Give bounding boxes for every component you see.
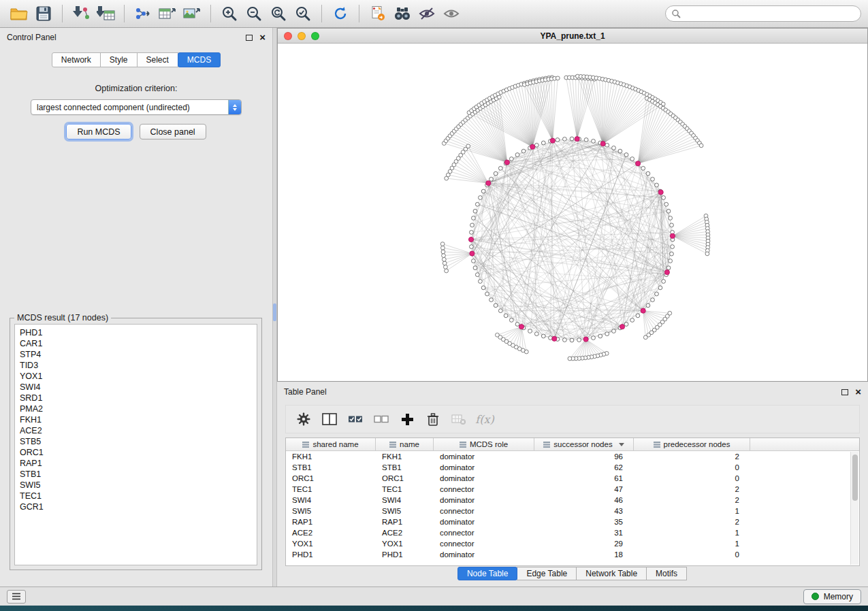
criterion-dropdown[interactable]: largest connected component (undirected)	[31, 99, 242, 115]
column-header-successor-nodes[interactable]: successor nodes	[534, 438, 634, 450]
table-cell: FKH1	[376, 452, 434, 461]
apply-function-button[interactable]: f(x)	[474, 409, 496, 429]
mcds-result-item[interactable]: TID3	[20, 360, 252, 371]
search-box[interactable]	[665, 5, 861, 22]
table-row[interactable]: STB1STB1dominator620	[286, 462, 859, 473]
zoom-selected-button[interactable]	[291, 3, 315, 24]
column-header-predecessor-nodes[interactable]: predecessor nodes	[634, 438, 750, 450]
close-panel-button[interactable]: Close panel	[140, 124, 206, 139]
table-cell: ACE2	[286, 529, 376, 537]
tab-node-table[interactable]: Node Table	[457, 567, 518, 580]
export-image-button[interactable]	[180, 3, 204, 24]
table-scrollbar[interactable]	[850, 452, 858, 565]
traffic-light-close[interactable]	[284, 32, 292, 40]
column-grid-icon	[302, 442, 309, 448]
run-mcds-button[interactable]: Run MCDS	[66, 124, 131, 139]
deselect-all-button[interactable]	[370, 409, 392, 429]
mcds-result-item[interactable]: GCR1	[20, 501, 252, 512]
memory-button[interactable]: Memory	[803, 589, 861, 604]
show-columns-button[interactable]	[319, 409, 340, 429]
splitter-collapse-handle[interactable]	[273, 303, 276, 321]
hide-panel-button[interactable]	[415, 3, 439, 24]
mcds-result-item[interactable]: TEC1	[20, 491, 252, 501]
close-panel-icon[interactable]: ×	[259, 34, 266, 41]
table-row[interactable]: RAP1RAP1dominator352	[286, 516, 859, 527]
open-file-button[interactable]	[7, 3, 31, 24]
table-cell: dominator	[434, 474, 534, 482]
zoom-in-button[interactable]	[217, 3, 242, 24]
table-row[interactable]: SWI4SWI4dominator462	[286, 495, 859, 506]
table-cell: FKH1	[286, 452, 376, 461]
column-header-shared-name[interactable]: shared name	[286, 438, 376, 450]
zoom-out-button[interactable]	[242, 3, 266, 24]
traffic-light-minimize[interactable]	[298, 32, 306, 40]
mcds-result-item[interactable]: SWI4	[20, 382, 252, 393]
tab-network-table[interactable]: Network Table	[576, 567, 647, 580]
mcds-result-item[interactable]: CAR1	[20, 338, 252, 349]
zoom-fit-button[interactable]	[266, 3, 291, 24]
mcds-result-item[interactable]: RAP1	[20, 458, 252, 469]
table-row[interactable]: PHD1PHD1dominator180	[286, 549, 859, 560]
tab-mcds[interactable]: MCDS	[178, 52, 221, 67]
control-panel: Control Panel × Network Style Select MCD…	[0, 28, 272, 587]
table-cell: 47	[534, 485, 634, 493]
apply-layout-button[interactable]	[328, 3, 353, 24]
float-panel-icon[interactable]	[246, 35, 253, 41]
network-canvas[interactable]	[278, 44, 867, 381]
fx-icon: f(x)	[475, 413, 494, 426]
export-table-button[interactable]	[155, 3, 180, 24]
mcds-result-item[interactable]: ACE2	[20, 425, 252, 436]
column-header-mcds-role[interactable]: MCDS role	[434, 438, 534, 450]
mcds-result-item[interactable]: PMA2	[20, 403, 252, 414]
table-mode-button[interactable]	[293, 409, 315, 429]
table-panel-title: Table Panel	[284, 387, 327, 397]
mcds-result-item[interactable]: STB1	[20, 469, 252, 480]
copy-document-button[interactable]	[366, 3, 390, 24]
gear-icon	[297, 412, 310, 426]
table-row[interactable]: SWI5SWI5connector431	[286, 506, 859, 516]
table-cell: 31	[534, 529, 634, 537]
mcds-result-item[interactable]: STB5	[20, 436, 252, 447]
table-row[interactable]: FKH1FKH1dominator962	[286, 451, 859, 462]
show-panel-button[interactable]	[439, 3, 464, 24]
tab-motifs[interactable]: Motifs	[646, 567, 687, 580]
table-row[interactable]: YOX1YOX1connector291	[286, 538, 859, 549]
mcds-result-list[interactable]: PHD1CAR1STP4TID3YOX1SWI4SRD1PMA2FKH1ACE2…	[14, 324, 257, 565]
float-table-panel-icon[interactable]	[841, 389, 848, 395]
delete-column-button[interactable]	[422, 409, 444, 429]
tab-network[interactable]: Network	[52, 52, 101, 67]
tab-edge-table[interactable]: Edge Table	[517, 567, 577, 580]
mcds-result-item[interactable]: FKH1	[20, 414, 252, 425]
column-header-name[interactable]: name	[376, 438, 434, 450]
mcds-result-item[interactable]: STP4	[20, 349, 252, 360]
import-network-button[interactable]	[69, 3, 93, 24]
toolbar-separator	[210, 5, 211, 22]
mcds-result-item[interactable]: SRD1	[20, 393, 252, 403]
vertical-splitter[interactable]	[272, 28, 277, 587]
network-title: YPA_prune.txt_1	[278, 31, 867, 41]
import-table-button[interactable]	[93, 3, 118, 24]
table-row[interactable]: ORC1ORC1dominator610	[286, 473, 859, 484]
toolbar-separator	[124, 5, 125, 22]
mcds-result-item[interactable]: PHD1	[20, 327, 252, 338]
tab-style[interactable]: Style	[100, 52, 138, 67]
new-column-button[interactable]	[396, 409, 418, 429]
select-all-button[interactable]	[344, 409, 366, 429]
table-row[interactable]: ACE2ACE2connector311	[286, 527, 859, 538]
save-session-button[interactable]	[31, 3, 56, 24]
table-row[interactable]: TEC1TEC1connector472	[286, 484, 859, 495]
traffic-light-maximize[interactable]	[311, 32, 319, 40]
mcds-result-item[interactable]: ORC1	[20, 447, 252, 458]
tab-select[interactable]: Select	[137, 52, 178, 67]
criterion-value: largest connected component (undirected)	[31, 103, 228, 112]
network-window: YPA_prune.txt_1	[277, 28, 868, 382]
find-button[interactable]	[390, 3, 415, 24]
mcds-result-item[interactable]: SWI5	[20, 480, 252, 491]
search-input[interactable]	[684, 9, 855, 18]
mcds-result-item[interactable]: YOX1	[20, 371, 252, 382]
scrollbar-thumb[interactable]	[852, 455, 858, 501]
export-network-button[interactable]	[131, 3, 155, 24]
task-history-button[interactable]	[7, 590, 26, 604]
close-table-panel-icon[interactable]: ×	[855, 389, 861, 395]
clear-values-button[interactable]	[448, 409, 470, 429]
